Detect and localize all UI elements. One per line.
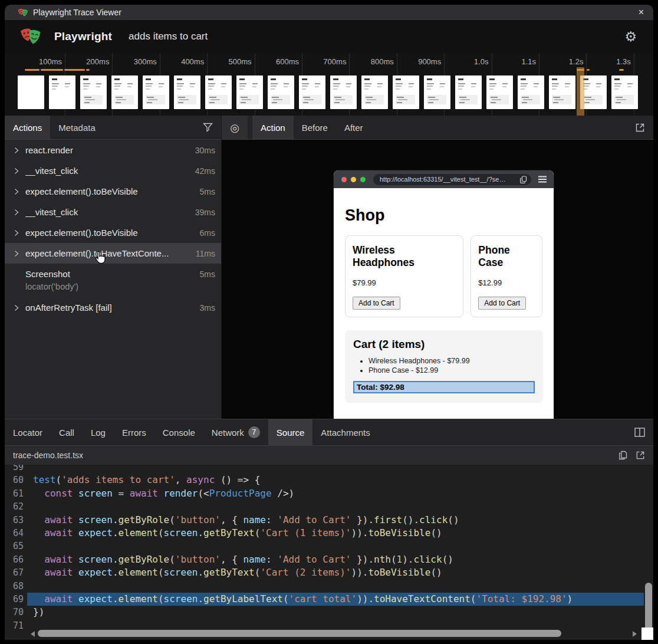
- window-titlebar: Playwright Trace Viewer ×: [5, 5, 653, 20]
- timeline-thumbnail[interactable]: [143, 75, 169, 109]
- action-row[interactable]: react.render30ms: [5, 140, 221, 160]
- timeline-thumbnail[interactable]: [18, 75, 44, 109]
- split-view-icon[interactable]: [634, 428, 645, 437]
- timeline-thumbnail[interactable]: [236, 75, 263, 109]
- tab-after[interactable]: After: [336, 116, 371, 139]
- tab-attachments[interactable]: Attachments: [312, 419, 378, 445]
- cart-items-list: Wireless Headphones - $79.99Phone Case -…: [353, 357, 535, 374]
- vertical-scrollbar[interactable]: [644, 465, 652, 628]
- open-external-icon[interactable]: [635, 123, 645, 133]
- chevron-right-icon[interactable]: [14, 167, 25, 175]
- scroll-left-arrow-icon[interactable]: [31, 631, 35, 637]
- line-number: 68: [5, 580, 27, 593]
- timeline[interactable]: 100ms200ms300ms400ms500ms600ms700ms800ms…: [5, 53, 653, 116]
- add-to-cart-button[interactable]: Add to Cart: [353, 297, 400, 310]
- settings-gear-icon[interactable]: ⚙: [624, 30, 637, 44]
- timeline-action-bar: [86, 69, 90, 71]
- action-row[interactable]: onAfterRetryTask [fail]3ms: [5, 297, 221, 318]
- tab-console[interactable]: Console: [154, 419, 203, 445]
- timeline-tick-label: 1.0s: [474, 57, 492, 66]
- test-title: adds items to cart: [129, 31, 208, 42]
- address-bar[interactable]: http://localhost:63315/__vitest_test__/?…: [373, 174, 531, 185]
- tab-locator[interactable]: Locator: [5, 419, 51, 445]
- timeline-thumbnail[interactable]: [111, 75, 138, 109]
- product-name: Wireless Headphones: [353, 244, 456, 269]
- copy-url-icon[interactable]: [520, 176, 527, 183]
- line-content: await screen.getByRole('button', { name:…: [27, 514, 644, 527]
- action-duration: 11ms: [196, 249, 215, 258]
- tab-call[interactable]: Call: [51, 419, 83, 445]
- scroll-right-arrow-icon[interactable]: [633, 631, 637, 637]
- timeline-tick-label: 800ms: [371, 57, 397, 66]
- timeline-thumbnail[interactable]: [518, 75, 544, 109]
- chevron-right-icon[interactable]: [14, 304, 25, 311]
- timeline-thumbnail[interactable]: [549, 75, 575, 109]
- code-line: 64 await expect.element(screen.getByText…: [5, 527, 644, 540]
- tab-log[interactable]: Log: [83, 419, 114, 445]
- timeline-thumbnail[interactable]: [455, 75, 482, 109]
- tab-label: Before: [302, 123, 328, 133]
- timeline-thumbnail[interactable]: [611, 75, 638, 109]
- target-icon: ◎: [230, 121, 239, 134]
- tab-label: Log: [91, 428, 106, 438]
- browser-menu-icon[interactable]: [538, 176, 547, 183]
- action-label: __vitest_click: [25, 166, 190, 176]
- chevron-right-icon[interactable]: [14, 209, 25, 216]
- action-row[interactable]: __vitest_click42ms: [5, 160, 221, 181]
- line-content: [27, 580, 644, 593]
- tab-actions[interactable]: Actions: [5, 116, 50, 139]
- copy-source-icon[interactable]: [618, 451, 627, 460]
- timeline-thumbnail[interactable]: [299, 75, 325, 109]
- tab-source[interactable]: Source: [268, 419, 313, 445]
- chevron-right-icon[interactable]: [14, 188, 25, 195]
- open-source-external-icon[interactable]: [636, 451, 645, 460]
- source-code-viewer[interactable]: 5960test('adds items to cart', async () …: [5, 465, 653, 640]
- cart-total-highlighted: Total: $92.98: [353, 381, 535, 393]
- timeline-thumbnail[interactable]: [393, 75, 419, 109]
- tab-label: Network: [212, 428, 244, 438]
- chevron-right-icon[interactable]: [14, 229, 25, 236]
- action-row[interactable]: expect.element().toBeVisible6ms: [5, 222, 221, 243]
- action-row[interactable]: expect.element().toBeVisible5ms: [5, 181, 221, 202]
- timeline-thumbnail[interactable]: [268, 75, 294, 109]
- action-row[interactable]: __vitest_click39ms: [5, 202, 221, 222]
- tab-network[interactable]: Network7: [203, 419, 268, 445]
- product-price: $12.99: [478, 278, 535, 287]
- main-split: ActionsMetadata react.render30ms__vitest…: [5, 116, 653, 419]
- tab-errors[interactable]: Errors: [114, 419, 154, 445]
- timeline-thumbnail[interactable]: [361, 75, 388, 109]
- vertical-scrollbar-thumb[interactable]: [645, 583, 652, 633]
- chevron-right-icon[interactable]: [14, 250, 25, 257]
- line-content: const screen = await render(<ProductPage…: [27, 487, 644, 500]
- horizontal-scrollbar[interactable]: [5, 629, 640, 638]
- tab-action[interactable]: Action: [252, 116, 294, 139]
- app-brand: Playwright: [54, 30, 112, 43]
- timeline-tick-label: 500ms: [229, 57, 255, 66]
- close-icon[interactable]: ×: [639, 8, 644, 17]
- add-to-cart-button[interactable]: Add to Cart: [478, 297, 526, 310]
- details-tabbar: LocatorCallLogErrorsConsoleNetwork7Sourc…: [5, 419, 653, 446]
- window-title: Playwright Trace Viewer: [33, 8, 121, 17]
- filter-icon[interactable]: [203, 123, 213, 132]
- app-header: Playwright adds items to cart ⚙: [5, 20, 653, 53]
- chevron-right-icon[interactable]: [14, 147, 25, 154]
- timeline-thumbnail[interactable]: [205, 75, 232, 109]
- action-row[interactable]: Screenshot5ms: [5, 264, 221, 284]
- tab-before[interactable]: Before: [294, 116, 336, 139]
- actions-list: react.render30ms__vitest_click42msexpect…: [5, 140, 221, 419]
- line-number: 63: [5, 514, 27, 527]
- pick-locator-button[interactable]: ◎: [222, 116, 248, 139]
- timeline-thumbnail[interactable]: [174, 75, 200, 109]
- action-duration: 3ms: [200, 303, 215, 313]
- tab-metadata[interactable]: Metadata: [50, 116, 104, 139]
- timeline-thumbnail[interactable]: [80, 75, 107, 109]
- timeline-tick-label: 1.1s: [521, 57, 539, 66]
- horizontal-scrollbar-thumb[interactable]: [38, 630, 561, 637]
- action-label: __vitest_click: [25, 207, 190, 217]
- timeline-thumbnail[interactable]: [49, 75, 75, 109]
- action-row[interactable]: expect.element().toHaveTextConte...11ms: [5, 243, 221, 264]
- timeline-thumbnail[interactable]: [330, 75, 357, 109]
- timeline-tick-label: 700ms: [323, 57, 349, 66]
- timeline-thumbnail[interactable]: [424, 75, 450, 109]
- timeline-thumbnail[interactable]: [486, 75, 513, 109]
